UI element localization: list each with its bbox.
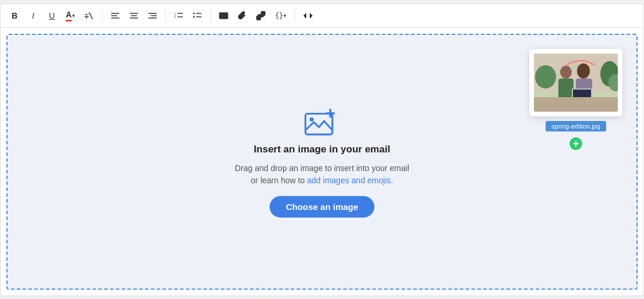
canvas-area: Insert an image in your email Drag and d… xyxy=(6,34,638,290)
code-block-button[interactable]: {} ▾ xyxy=(271,8,289,24)
choose-image-button[interactable]: Choose an image xyxy=(270,196,374,218)
align-left-button[interactable] xyxy=(107,8,123,24)
image-thumbnail xyxy=(534,54,618,112)
editor-container: B I U A ▾ T 1 xyxy=(0,3,644,296)
toolbar: B I U A ▾ T 1 xyxy=(1,4,643,28)
desc-end: . xyxy=(391,176,393,185)
add-icon: + xyxy=(573,138,579,149)
file-label: spring-edition.jpg xyxy=(546,121,606,131)
align-center-button[interactable] xyxy=(126,8,142,24)
svg-text:T: T xyxy=(84,12,89,20)
svg-rect-37 xyxy=(534,97,618,112)
image-preview: spring-edition.jpg + xyxy=(529,49,622,151)
source-code-button[interactable] xyxy=(300,8,316,24)
align-right-button[interactable] xyxy=(144,8,161,24)
svg-point-27 xyxy=(535,65,556,88)
svg-rect-31 xyxy=(558,79,574,99)
center-content: Insert an image in your email Drag and d… xyxy=(235,105,409,218)
separator-4 xyxy=(295,10,295,22)
separator-1 xyxy=(102,10,102,22)
insert-image-toolbar-button[interactable] xyxy=(215,8,232,24)
svg-text:2.: 2. xyxy=(174,15,176,19)
ordered-list-button[interactable]: 1. 2. xyxy=(171,8,187,24)
image-frame xyxy=(529,49,622,116)
svg-point-17 xyxy=(193,16,195,17)
separator-3 xyxy=(210,10,211,22)
clear-format-button[interactable]: T xyxy=(81,8,97,24)
insert-image-icon xyxy=(303,105,341,137)
underline-button[interactable]: U xyxy=(44,8,60,24)
desc-middle: or learn how to xyxy=(251,176,307,185)
font-color-button[interactable]: A ▾ xyxy=(62,8,79,24)
insert-link-button[interactable] xyxy=(253,8,269,24)
desc-start: Drag and drop an image to insert into yo… xyxy=(235,163,409,173)
bold-button[interactable]: B xyxy=(6,8,23,24)
unordered-list-button[interactable] xyxy=(189,8,206,24)
svg-rect-23 xyxy=(306,114,332,135)
italic-button[interactable]: I xyxy=(25,8,41,24)
svg-point-15 xyxy=(193,12,195,14)
insert-description: Drag and drop an image to insert into yo… xyxy=(235,162,409,187)
svg-point-30 xyxy=(560,66,572,79)
insert-title: Insert an image in your email xyxy=(254,144,390,155)
add-badge[interactable]: + xyxy=(568,136,583,151)
svg-point-32 xyxy=(577,63,590,79)
attach-file-button[interactable] xyxy=(234,8,250,24)
add-images-link[interactable]: add images and emojis xyxy=(307,176,391,185)
svg-point-24 xyxy=(310,118,314,122)
svg-line-1 xyxy=(89,12,93,19)
separator-2 xyxy=(165,10,166,22)
